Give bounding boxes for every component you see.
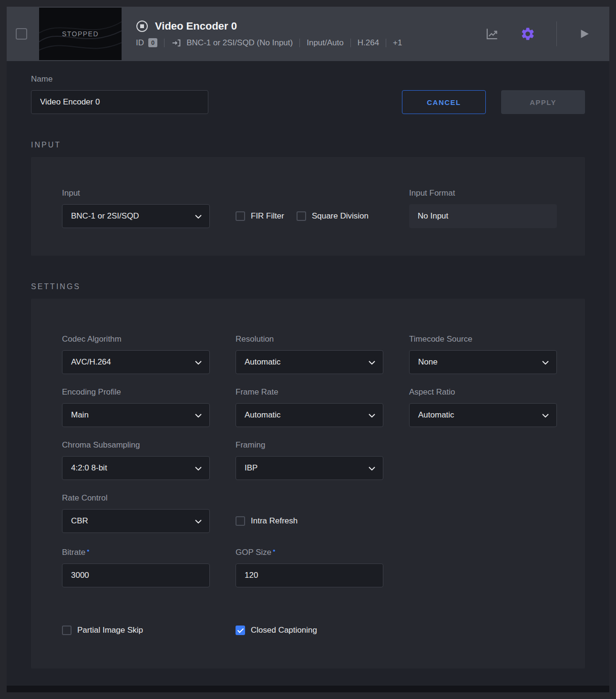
fir-filter-label[interactable]: FIR Filter (251, 211, 284, 221)
settings-section-title: SETTINGS (31, 282, 585, 291)
header-actions (485, 21, 590, 46)
input-source-icon (171, 38, 182, 48)
input-select-value: BNC-1 or 2SI/SQD (71, 211, 139, 221)
codec-algorithm-label: Codec Algorithm (62, 334, 210, 344)
input-select[interactable]: BNC-1 or 2SI/SQD (62, 204, 210, 228)
square-division-checkbox[interactable] (297, 211, 306, 221)
input-format-label: Input Format (409, 188, 557, 198)
name-row: Name CANCEL APPLY (31, 74, 585, 114)
input-format-value: No Input (409, 204, 557, 228)
gop-size-label: GOP Size (236, 546, 383, 557)
codec-algorithm-select[interactable]: AVC/H.264 (62, 350, 210, 374)
select-encoder-checkbox[interactable] (16, 28, 27, 40)
id-label: ID (136, 38, 144, 48)
framing-select[interactable]: IBP (236, 456, 383, 480)
partial-image-skip-label[interactable]: Partial Image Skip (77, 626, 143, 635)
settings-section-panel: Codec Algorithm AVC/H.264 Resolution Aut… (31, 299, 585, 668)
square-division-label[interactable]: Square Division (312, 211, 369, 221)
meta-codec: H.264 (358, 38, 379, 48)
chevron-down-icon (195, 467, 202, 470)
cancel-button[interactable]: CANCEL (402, 90, 486, 114)
timecode-source-label: Timecode Source (409, 334, 557, 344)
encoder-card: STOPPED Video Encoder 0 ID 0 BNC-1 or 2S… (7, 7, 609, 692)
meta-input-mode: Input/Auto (307, 38, 344, 48)
form-actions: CANCEL APPLY (402, 90, 585, 114)
start-encoder-button[interactable] (578, 28, 590, 40)
name-input[interactable] (31, 90, 208, 114)
chevron-down-icon (195, 215, 202, 219)
closed-captioning-label[interactable]: Closed Captioning (251, 626, 317, 635)
bitrate-label: Bitrate (62, 546, 210, 557)
encoding-profile-label: Encoding Profile (62, 387, 210, 397)
bottom-scroll-track[interactable] (7, 686, 609, 692)
framing-value: IBP (245, 463, 257, 473)
encoding-profile-select[interactable]: Main (62, 403, 210, 427)
timecode-source-select[interactable]: None (409, 350, 557, 374)
meta-more-count: +1 (393, 38, 402, 48)
resolution-select[interactable]: Automatic (236, 350, 383, 374)
meta-divider (350, 39, 351, 47)
preview-thumbnail: STOPPED (39, 8, 122, 60)
bitrate-input[interactable] (62, 563, 210, 587)
partial-image-skip-checkbox[interactable] (62, 626, 72, 635)
chevron-down-icon (542, 361, 549, 365)
square-division-option: Square Division (297, 204, 369, 228)
input-select-label: Input (62, 188, 210, 198)
timecode-source-value: None (418, 357, 438, 367)
encoding-profile-value: Main (71, 410, 89, 420)
title-block: Video Encoder 0 ID 0 BNC-1 or 2SI/SQD (N… (136, 20, 402, 48)
name-label: Name (31, 74, 208, 84)
apply-button[interactable]: APPLY (501, 90, 585, 114)
intra-refresh-label[interactable]: Intra Refresh (251, 516, 298, 526)
meta-divider (386, 39, 386, 47)
intra-refresh-option: Intra Refresh (236, 509, 383, 533)
statistics-icon[interactable] (485, 27, 499, 41)
input-section-panel: Input BNC-1 or 2SI/SQD FIR Filter (31, 157, 585, 256)
rate-control-select[interactable]: CBR (62, 509, 210, 533)
page-title: Video Encoder 0 (155, 20, 237, 32)
chroma-subsampling-value: 4:2:0 8-bit (71, 463, 107, 473)
stream-status-label: STOPPED (62, 30, 99, 38)
chevron-down-icon (369, 361, 375, 365)
chevron-down-icon (195, 414, 202, 417)
chevron-down-icon (542, 414, 549, 417)
input-format-text: No Input (418, 211, 448, 221)
closed-captioning-option: Closed Captioning (236, 626, 383, 635)
aspect-ratio-label: Aspect Ratio (409, 387, 557, 397)
chroma-subsampling-select[interactable]: 4:2:0 8-bit (62, 456, 210, 480)
framing-label: Framing (236, 440, 383, 450)
partial-image-skip-option: Partial Image Skip (62, 626, 210, 635)
chevron-down-icon (195, 361, 202, 365)
frame-rate-value: Automatic (245, 410, 281, 420)
codec-algorithm-value: AVC/H.264 (71, 357, 111, 367)
stopped-status-icon (136, 20, 148, 32)
meta-divider (164, 39, 164, 47)
settings-gear-icon[interactable] (520, 26, 535, 42)
intra-refresh-checkbox[interactable] (236, 516, 245, 526)
header-bar: STOPPED Video Encoder 0 ID 0 BNC-1 or 2S… (7, 7, 609, 61)
aspect-ratio-value: Automatic (418, 410, 454, 420)
input-summary: BNC-1 or 2SI/SQD (No Input) (186, 38, 293, 48)
fir-filter-option: FIR Filter (236, 204, 284, 228)
encoder-form: Name CANCEL APPLY INPUT Input BNC-1 or 2… (7, 61, 609, 686)
resolution-label: Resolution (236, 334, 383, 344)
chevron-down-icon (369, 467, 375, 470)
gop-size-input[interactable] (236, 563, 383, 587)
frame-rate-select[interactable]: Automatic (236, 403, 383, 427)
frame-rate-label: Frame Rate (236, 387, 383, 397)
header-divider (556, 21, 557, 46)
input-section-title: INPUT (31, 141, 585, 149)
chroma-subsampling-label: Chroma Subsampling (62, 440, 210, 450)
resolution-value: Automatic (245, 357, 281, 367)
id-badge: 0 (148, 38, 157, 47)
rate-control-label: Rate Control (62, 493, 210, 503)
closed-captioning-checkbox[interactable] (236, 626, 245, 635)
chevron-down-icon (195, 520, 202, 523)
aspect-ratio-select[interactable]: Automatic (409, 403, 557, 427)
rate-control-value: CBR (71, 516, 88, 526)
meta-divider (299, 39, 300, 47)
encoder-meta-row: ID 0 BNC-1 or 2SI/SQD (No Input) Input/A… (136, 38, 402, 48)
chevron-down-icon (369, 414, 375, 417)
fir-filter-checkbox[interactable] (236, 211, 245, 221)
